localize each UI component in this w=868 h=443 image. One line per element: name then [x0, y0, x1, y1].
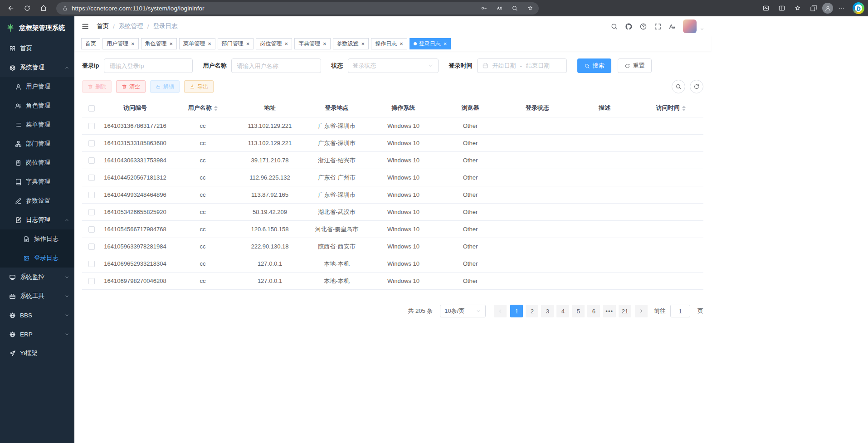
sidebar-item-log-mgmt[interactable]: 日志管理 — [0, 210, 74, 229]
goto-page-input[interactable] — [670, 305, 690, 317]
sidebar-item-user-mgmt[interactable]: 用户管理 — [0, 77, 74, 96]
user-avatar[interactable] — [683, 19, 697, 33]
unlock-button[interactable]: 解锁 — [150, 80, 180, 93]
favorite-add-icon[interactable] — [524, 3, 536, 14]
read-aloud-icon[interactable] — [493, 3, 505, 14]
page-button[interactable]: 4 — [556, 305, 569, 317]
sidebar-item-param-settings[interactable]: 参数设置 — [0, 191, 74, 210]
tab-close-icon[interactable]: × — [400, 41, 403, 47]
page-size-select[interactable]: 10条/页 — [440, 305, 486, 317]
sort-caret-icon[interactable] — [214, 106, 218, 111]
refresh-table-button[interactable] — [690, 80, 703, 93]
page-button[interactable]: 2 — [526, 305, 538, 317]
breadcrumb-system[interactable]: 系统管理 — [119, 22, 143, 30]
sidebar-item-erp[interactable]: ERP — [0, 325, 74, 344]
pager-more-button[interactable]: ••• — [603, 305, 616, 317]
toggle-search-button[interactable] — [672, 80, 685, 93]
tab-close-icon[interactable]: × — [246, 41, 250, 47]
sidebar-item-yi-framework[interactable]: Yi框架 — [0, 344, 74, 363]
row-checkbox[interactable] — [88, 140, 95, 146]
tab-close-icon[interactable]: × — [284, 41, 288, 47]
tab-role-mgmt[interactable]: 角色管理× — [141, 38, 177, 49]
browser-more-icon[interactable] — [834, 2, 849, 15]
status-select[interactable]: 登录状态 — [348, 58, 439, 73]
row-checkbox[interactable] — [88, 278, 95, 284]
page-button[interactable]: 1 — [510, 305, 523, 317]
sidebar-item-dept-mgmt[interactable]: 部门管理 — [0, 134, 74, 153]
breadcrumb-home[interactable]: 首页 — [97, 22, 109, 30]
sidebar-item-system-monitor[interactable]: 系统监控 — [0, 268, 74, 287]
browser-refresh-button[interactable] — [20, 2, 34, 15]
tab-post-mgmt[interactable]: 岗位管理× — [256, 38, 292, 49]
sidebar-item-post-mgmt[interactable]: 岗位管理 — [0, 153, 74, 172]
sidebar-item-system-mgmt[interactable]: 系统管理 — [0, 58, 74, 77]
bing-icon[interactable]: b — [853, 2, 864, 14]
row-checkbox[interactable] — [88, 209, 95, 215]
prev-page-button[interactable] — [494, 305, 507, 317]
clear-button[interactable]: 清空 — [116, 80, 146, 93]
tab-dept-mgmt[interactable]: 部门管理× — [218, 38, 254, 49]
column-header[interactable]: 用户名称 — [169, 99, 236, 117]
zoom-out-icon[interactable] — [509, 3, 521, 14]
column-header[interactable]: 访问时间 — [638, 99, 703, 117]
tab-user-mgmt[interactable]: 用户管理× — [102, 38, 139, 49]
split-screen-icon[interactable] — [775, 2, 789, 15]
sidebar-item-operation-log[interactable]: 操作日志 — [0, 229, 74, 248]
header-search-icon[interactable] — [610, 23, 618, 30]
username-input[interactable] — [231, 58, 321, 73]
tab-close-icon[interactable]: × — [323, 41, 327, 47]
page-button[interactable]: 21 — [619, 305, 631, 317]
tab-menu-mgmt[interactable]: 菜单管理× — [179, 38, 215, 49]
tab-close-icon[interactable]: × — [444, 41, 447, 47]
row-checkbox[interactable] — [88, 157, 95, 164]
tab-close-icon[interactable]: × — [361, 41, 365, 47]
row-checkbox[interactable] — [88, 243, 95, 250]
sidebar-toggle-icon[interactable] — [81, 22, 89, 30]
browser-back-button[interactable] — [4, 2, 18, 15]
tab-dict-mgmt[interactable]: 字典管理× — [294, 38, 331, 49]
sidebar-item-bbs[interactable]: BBS — [0, 306, 74, 325]
row-checkbox[interactable] — [88, 175, 95, 181]
row-checkbox[interactable] — [88, 123, 95, 129]
search-button[interactable]: 搜索 — [577, 58, 611, 73]
page-button[interactable]: 5 — [572, 305, 585, 317]
tab-operation-log[interactable]: 操作日志× — [371, 38, 407, 49]
sort-caret-icon[interactable] — [682, 106, 686, 111]
github-icon[interactable] — [625, 23, 633, 30]
tab-home[interactable]: 首页 — [81, 38, 100, 49]
password-key-icon[interactable] — [478, 3, 490, 14]
collections-icon[interactable] — [806, 2, 821, 15]
address-bar[interactable]: https://ccnetcore.com:1101/system/log/lo… — [56, 2, 539, 15]
row-checkbox[interactable] — [88, 192, 95, 198]
tab-close-icon[interactable]: × — [131, 41, 135, 47]
sidebar-item-home[interactable]: 首页 — [0, 39, 74, 58]
sidebar-item-system-tools[interactable]: 系统工具 — [0, 287, 74, 306]
reset-button[interactable]: 重置 — [618, 58, 652, 73]
tab-param-settings[interactable]: 参数设置× — [333, 38, 369, 49]
select-all-checkbox[interactable] — [88, 105, 95, 112]
sidebar-item-dict-mgmt[interactable]: 字典管理 — [0, 172, 74, 191]
help-icon[interactable] — [639, 23, 647, 30]
browser-essentials-icon[interactable] — [759, 2, 773, 15]
sidebar-item-menu-mgmt[interactable]: 菜单管理 — [0, 115, 74, 134]
date-range-picker[interactable]: 开始日期 - 结束日期 — [477, 58, 567, 73]
sidebar-item-role-mgmt[interactable]: 角色管理 — [0, 96, 74, 115]
delete-button[interactable]: 删除 — [82, 80, 112, 93]
login-ip-input[interactable] — [104, 58, 193, 73]
tab-close-icon[interactable]: × — [170, 41, 173, 47]
sidebar-item-login-log[interactable]: 登录日志 — [0, 248, 74, 268]
tab-close-icon[interactable]: × — [208, 41, 211, 47]
page-button[interactable]: 3 — [541, 305, 554, 317]
fullscreen-icon[interactable] — [654, 23, 662, 30]
avatar-dropdown-icon[interactable] — [700, 27, 704, 31]
next-page-button[interactable] — [635, 305, 648, 317]
favorites-icon[interactable] — [790, 2, 805, 15]
row-checkbox[interactable] — [88, 226, 95, 233]
page-button[interactable]: 6 — [587, 305, 600, 317]
tab-login-log[interactable]: 登录日志× — [410, 38, 451, 49]
row-checkbox[interactable] — [88, 261, 95, 267]
browser-home-button[interactable] — [36, 2, 51, 15]
font-size-icon[interactable] — [668, 23, 676, 30]
browser-profile-icon[interactable] — [822, 3, 833, 14]
export-button[interactable]: 导出 — [184, 80, 214, 93]
